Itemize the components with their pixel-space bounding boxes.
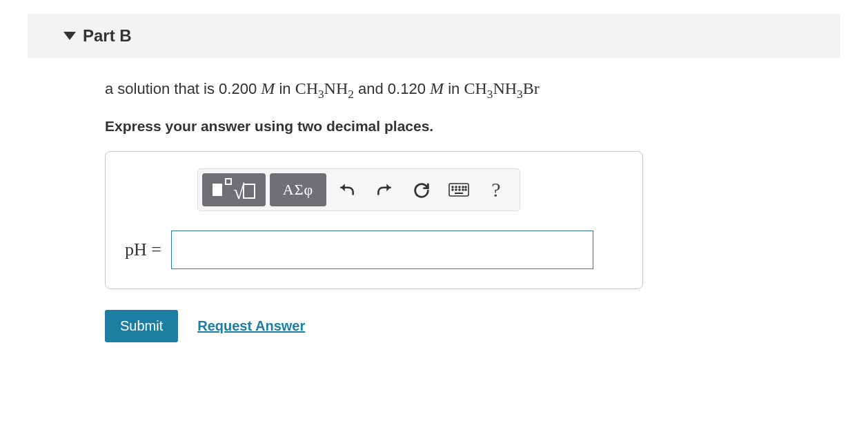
svg-point-2: [455, 186, 457, 188]
part-title: Part B: [83, 26, 132, 46]
svg-point-4: [462, 186, 464, 188]
redo-icon: [375, 181, 393, 199]
q-chem1: CH3NH2: [295, 79, 354, 97]
part-header[interactable]: Part B: [28, 14, 840, 58]
answer-box: √ ΑΣφ: [105, 151, 643, 289]
q-mid: and 0.120: [354, 80, 430, 97]
submit-button[interactable]: Submit: [105, 310, 178, 342]
q-in1: in: [275, 80, 295, 97]
input-row: pH =: [125, 231, 623, 269]
reset-icon: [412, 180, 431, 199]
templates-button[interactable]: √: [202, 173, 266, 206]
svg-point-6: [452, 189, 453, 190]
question-text: a solution that is 0.200 M in CH3NH2 and…: [105, 77, 840, 103]
svg-point-10: [465, 189, 466, 190]
reset-button[interactable]: [405, 173, 438, 206]
lhs-var: pH: [125, 239, 147, 260]
toolbar: √ ΑΣφ: [197, 168, 623, 211]
content-area: a solution that is 0.200 M in CH3NH2 and…: [28, 58, 840, 363]
redo-button[interactable]: [368, 173, 401, 206]
keyboard-icon: [448, 182, 469, 197]
greek-symbols-button[interactable]: ΑΣφ: [270, 173, 326, 206]
rectangle-icon: [213, 184, 222, 196]
q-m1: M: [261, 79, 275, 97]
greek-label: ΑΣφ: [283, 181, 313, 199]
q-m2: M: [430, 79, 444, 97]
toolbar-row: √ ΑΣφ: [197, 168, 520, 211]
svg-point-7: [455, 189, 457, 190]
radical-icon: √: [226, 179, 255, 200]
request-answer-label: Request Answer: [197, 318, 305, 333]
svg-point-3: [459, 186, 460, 188]
svg-point-5: [465, 186, 466, 188]
help-button[interactable]: ?: [480, 173, 513, 206]
answer-input[interactable]: [171, 231, 593, 269]
lhs-eq: =: [151, 239, 161, 260]
keyboard-button[interactable]: [442, 173, 475, 206]
svg-rect-11: [455, 193, 463, 194]
undo-icon: [338, 181, 356, 199]
answer-lhs: pH =: [125, 239, 161, 260]
svg-point-1: [452, 186, 453, 188]
actions-row: Submit Request Answer: [105, 310, 840, 342]
q-in2: in: [444, 80, 464, 97]
help-icon: ?: [491, 178, 500, 202]
chevron-down-icon: [63, 32, 76, 40]
q-pre1: a solution that is 0.200: [105, 80, 261, 97]
instruction: Express your answer using two decimal pl…: [105, 118, 840, 135]
q-chem2: CH3NH3Br: [464, 79, 539, 97]
submit-label: Submit: [120, 318, 163, 333]
svg-point-8: [459, 189, 460, 190]
undo-button[interactable]: [331, 173, 364, 206]
svg-point-9: [462, 189, 464, 190]
request-answer-link[interactable]: Request Answer: [197, 318, 305, 334]
